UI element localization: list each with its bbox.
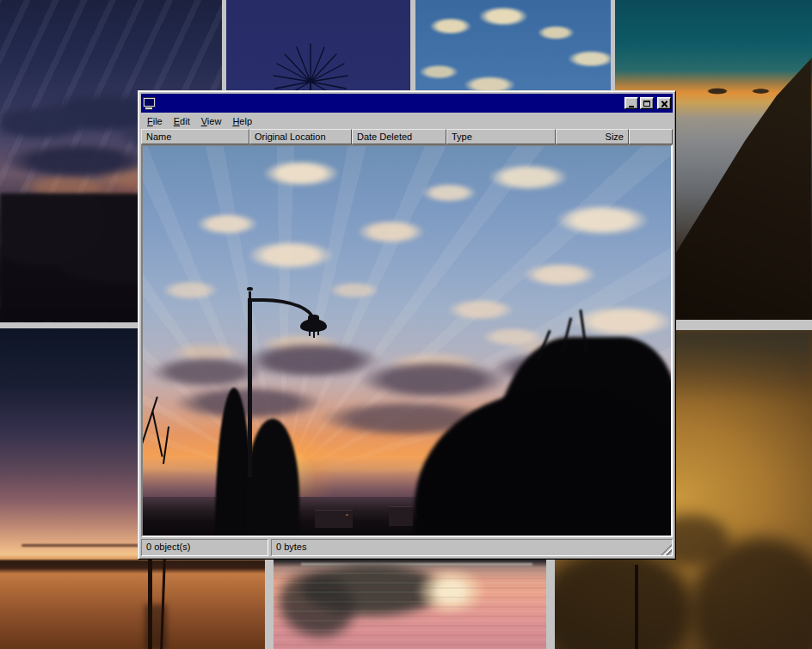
column-header-date-deleted[interactable]: Date Deleted (352, 129, 446, 144)
menu-file[interactable]: File (142, 114, 169, 128)
column-header-original-location[interactable]: Original Location (249, 129, 352, 144)
monitor-screen (144, 98, 155, 107)
menu-edit-rest: dit (180, 116, 190, 126)
close-button[interactable] (657, 97, 671, 109)
menu-help[interactable]: Help (227, 114, 258, 128)
menu-file-key: F (147, 116, 153, 126)
window-controls (624, 97, 671, 109)
recycle-bin-window: File Edit View Help Name Original Locati… (138, 90, 676, 560)
column-header-name[interactable]: Name (141, 129, 249, 144)
minimize-icon (629, 106, 634, 107)
computer-icon[interactable] (143, 97, 155, 109)
status-byte-count: 0 bytes (271, 539, 673, 556)
menu-bar: File Edit View Help (141, 113, 673, 129)
lamp-fitting (317, 331, 319, 335)
building-silhouette (315, 511, 353, 528)
town-light (346, 514, 348, 516)
close-icon (661, 100, 668, 107)
maximize-icon (643, 101, 650, 107)
lamp-post-pole (248, 298, 252, 477)
lamp-head (300, 319, 327, 332)
lamp-fitting (309, 331, 311, 336)
status-object-count: 0 object(s) (141, 539, 268, 556)
menu-view-key: V (201, 116, 207, 126)
column-header-row: Name Original Location Date Deleted Type… (141, 129, 673, 144)
menu-edit-key: E (174, 116, 180, 126)
minimize-button[interactable] (624, 97, 638, 109)
column-header-type[interactable]: Type (446, 129, 556, 144)
menu-edit[interactable]: Edit (169, 114, 196, 128)
lamp-fitting (313, 331, 315, 338)
column-header-size[interactable]: Size (556, 129, 629, 144)
status-bar: 0 object(s) 0 bytes (141, 537, 673, 556)
menu-help-rest: elp (239, 116, 252, 126)
water-ripples (274, 572, 546, 649)
file-list-area[interactable] (141, 144, 673, 537)
building-silhouette (389, 507, 413, 526)
menu-view[interactable]: View (196, 114, 228, 128)
menu-view-rest: iew (207, 116, 222, 126)
light-streak (301, 563, 532, 566)
column-header-filler (629, 129, 673, 144)
pole-reflection (145, 604, 167, 649)
monitor-base (145, 107, 152, 109)
title-bar[interactable] (141, 94, 673, 113)
menu-file-rest: ile (153, 116, 163, 126)
lamp-post-silhouette (635, 565, 638, 649)
maximize-button[interactable] (640, 97, 654, 109)
